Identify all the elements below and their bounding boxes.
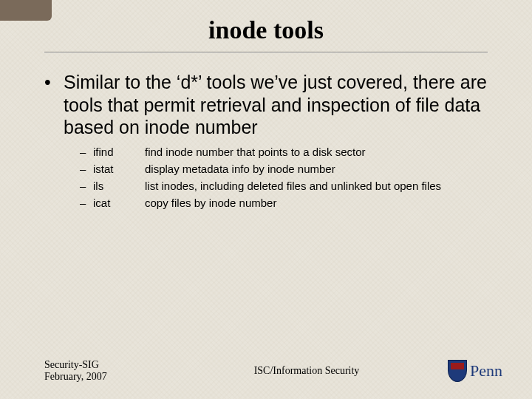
- tool-desc: display metadata info by inode number: [145, 160, 488, 177]
- footer-date: February, 2007: [44, 371, 192, 383]
- dash-marker: –: [80, 160, 93, 177]
- tool-name: ifind: [93, 143, 145, 160]
- list-item: – icat copy files by inode number: [80, 194, 488, 211]
- tool-name: ils: [93, 177, 145, 194]
- footer-center: ISC/Information Security: [192, 365, 421, 377]
- penn-logo: Penn: [448, 360, 502, 382]
- slide-footer: Security-SIG February, 2007 ISC/Informat…: [0, 359, 532, 383]
- bullet-marker: •: [44, 71, 64, 139]
- bullet-text: Similar to the ‘d*’ tools we’ve just cov…: [64, 71, 488, 139]
- list-item: – ifind find inode number that points to…: [80, 143, 488, 160]
- title-divider: [44, 52, 488, 53]
- tool-desc: copy files by inode number: [145, 194, 488, 211]
- penn-logo-text: Penn: [470, 361, 502, 381]
- list-item: – ils list inodes, including deleted fil…: [80, 177, 488, 194]
- tool-list: – ifind find inode number that points to…: [80, 143, 488, 212]
- footer-left: Security-SIG February, 2007: [44, 359, 192, 383]
- tool-desc: list inodes, including deleted files and…: [145, 177, 488, 194]
- tool-name: istat: [93, 160, 145, 177]
- footer-right: Penn: [421, 360, 502, 382]
- footer-org: Security-SIG: [44, 359, 192, 371]
- main-bullet: • Similar to the ‘d*’ tools we’ve just c…: [44, 71, 488, 139]
- dash-marker: –: [80, 177, 93, 194]
- slide-content: • Similar to the ‘d*’ tools we’ve just c…: [0, 71, 532, 212]
- tool-desc: find inode number that points to a disk …: [145, 143, 488, 160]
- slide-title: inode tools: [0, 0, 532, 52]
- corner-tab: [0, 0, 52, 21]
- dash-marker: –: [80, 194, 93, 211]
- dash-marker: –: [80, 143, 93, 160]
- list-item: – istat display metadata info by inode n…: [80, 160, 488, 177]
- shield-icon: [448, 360, 467, 382]
- tool-name: icat: [93, 194, 145, 211]
